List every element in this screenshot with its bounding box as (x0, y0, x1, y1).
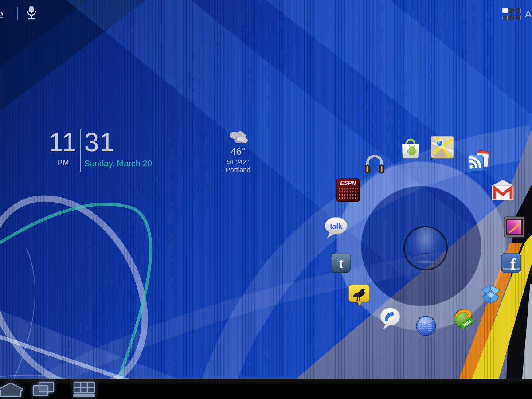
app-icon-gallery[interactable] (504, 216, 525, 238)
app-icon-tumblr[interactable]: t (331, 253, 351, 273)
espn-glyph: ESPN (340, 180, 356, 186)
microphone-icon (26, 5, 37, 22)
search-divider (17, 7, 18, 20)
weather-widget[interactable]: 46° 51°/42° Portland (218, 129, 258, 177)
app-icon-music[interactable] (362, 152, 387, 176)
espn-scorecenter-icon: ESPN (336, 178, 360, 203)
gmail-icon (491, 180, 514, 203)
tumblr-icon: t (331, 253, 351, 273)
clock-ampm: PM (58, 159, 69, 167)
tweetdeck-bird-icon (348, 284, 370, 307)
map-icon (430, 135, 455, 160)
google-search-widget[interactable]: e (0, 6, 3, 21)
tumblr-glyph: t (339, 255, 344, 271)
grid-button[interactable] (73, 381, 96, 399)
app-icon-tweetdeck[interactable] (348, 284, 370, 307)
app-icon-maps[interactable] (430, 135, 455, 160)
app-icon-dolphin-mini[interactable]: MINI (451, 305, 475, 329)
app-icon-talk[interactable]: talk (324, 215, 348, 240)
talk-glyph: talk (330, 223, 342, 230)
browser-globe-icon (415, 315, 437, 337)
apps-button-label: Ap (525, 8, 532, 20)
home-icon (0, 381, 25, 397)
recent-apps-icon (32, 381, 55, 397)
weather-temp: 46° (218, 146, 258, 157)
grid-icon (73, 381, 96, 397)
weather-location: Portland (218, 166, 258, 173)
facebook-glyph: f (510, 255, 516, 273)
app-icon-google-reader[interactable] (466, 149, 491, 175)
app-icon-gmail[interactable] (491, 180, 514, 203)
weather-hilo: 51°/42° (218, 158, 258, 165)
market-bag-icon (397, 133, 424, 160)
talk-bubble-icon: talk (324, 215, 348, 240)
app-icon-dropbox[interactable] (479, 282, 503, 306)
circle-launcher-center-button[interactable]: ... (403, 226, 448, 270)
apps-grid-icon (502, 8, 521, 20)
clock-divider (80, 129, 81, 172)
clock-date: Sunday, March 20 (84, 159, 152, 168)
clock-minute: 31 (84, 127, 115, 157)
dropbox-box-icon (479, 282, 503, 306)
app-icon-browser[interactable] (415, 315, 437, 337)
dolphin-mini-icon: MINI (451, 305, 475, 329)
cloudy-icon (227, 129, 250, 145)
reader-rss-icon (466, 149, 491, 175)
apps-drawer-button[interactable]: Ap (502, 8, 532, 20)
system-navigation-bar: 45° 11:3 (0, 379, 532, 399)
voice-bubble-icon (379, 306, 402, 330)
google-logo-partial: e (0, 6, 3, 21)
clock-hour: 11 (48, 127, 77, 157)
app-icon-espn[interactable]: ESPN (336, 178, 360, 203)
center-dots-label: ... (405, 248, 446, 255)
gallery-photo-icon (504, 216, 525, 238)
app-icon-facebook[interactable]: f (501, 253, 521, 273)
app-icon-google-voice[interactable] (379, 306, 402, 330)
voice-search-button[interactable] (26, 5, 37, 23)
headphones-icon (362, 152, 387, 176)
facebook-icon: f (501, 253, 521, 273)
recent-apps-button[interactable] (32, 381, 55, 399)
home-button[interactable] (0, 381, 25, 399)
app-icon-android-market[interactable] (397, 133, 424, 160)
clock-widget[interactable]: 11 31 PM Sunday, March 20 (48, 127, 163, 176)
